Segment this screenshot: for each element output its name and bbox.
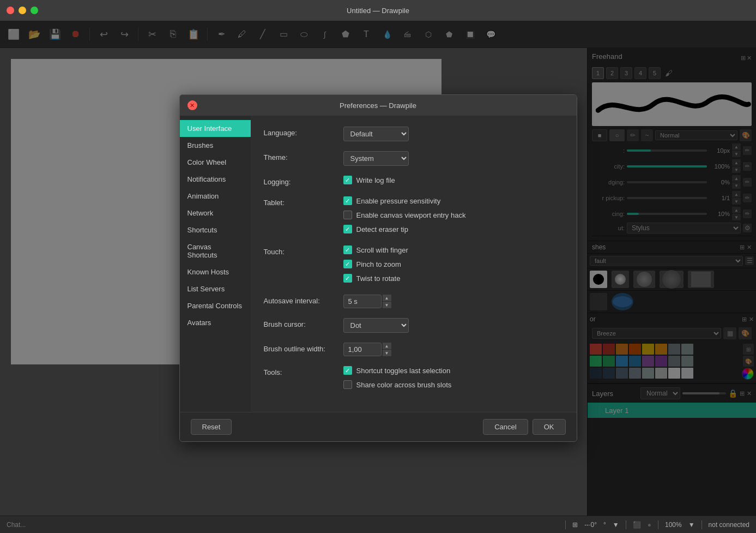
prefs-item-list-servers[interactable]: List Servers	[180, 280, 251, 297]
pref-language-label: Language:	[264, 127, 335, 137]
pref-brush-outline-control: 1,00 ▲ ▼	[343, 343, 391, 356]
touch-twist-checkbox[interactable]: ✓	[343, 274, 352, 283]
status-angle-icon: °	[603, 521, 606, 529]
zoom-dropdown[interactable]: ▼	[688, 521, 695, 529]
prefs-title: Preferences — Drawpile	[340, 101, 416, 110]
tablet-eraser-label: Detect eraser tip	[356, 225, 408, 233]
prefs-item-animation[interactable]: Animation	[180, 188, 251, 205]
tablet-pressure-checkbox[interactable]: ✓	[343, 196, 352, 205]
pref-language-row: Language: Default	[264, 127, 564, 141]
logging-checkbox[interactable]: ✓	[343, 176, 352, 184]
dialog-overlay: ✕ Preferences — Drawpile User Interface …	[0, 21, 756, 516]
brush-outline-spinbox: 1,00	[343, 343, 382, 356]
prefs-body: User Interface Brushes Color Wheel Notif…	[180, 116, 577, 412]
prefs-cancel-button[interactable]: Cancel	[483, 419, 528, 435]
prefs-reset-button[interactable]: Reset	[191, 419, 232, 435]
pref-brush-outline-label: Brush outline width:	[264, 343, 335, 353]
autosave-up[interactable]: ▲	[383, 295, 391, 301]
tablet-viewport-row: Enable canvas viewport entry hack	[343, 211, 466, 219]
pref-touch-label: Touch:	[264, 245, 335, 256]
pref-brush-cursor-label: Brush cursor:	[264, 318, 335, 328]
status-record-dot: ●	[648, 521, 651, 529]
minimize-button[interactable]	[19, 7, 26, 14]
pref-tablet-label: Tablet:	[264, 196, 335, 207]
pref-brush-cursor-control: Dot	[343, 318, 409, 333]
tablet-eraser-checkbox[interactable]: ✓	[343, 225, 352, 233]
prefs-close-button[interactable]: ✕	[188, 100, 197, 110]
prefs-item-avatars[interactable]: Avatars	[180, 314, 251, 331]
prefs-ok-button[interactable]: OK	[533, 419, 566, 435]
theme-select[interactable]: System	[343, 151, 409, 166]
pref-language-control: Default	[343, 127, 409, 141]
touch-scroll-checkbox[interactable]: ✓	[343, 245, 352, 254]
status-connection: not connected	[709, 521, 749, 529]
prefs-item-notifications[interactable]: Notifications	[180, 171, 251, 188]
touch-pinch-row: ✓ Pinch to zoom	[343, 260, 408, 268]
tools-shortcut-checkbox[interactable]: ✓	[343, 366, 352, 375]
language-select[interactable]: Default	[343, 127, 409, 141]
logging-checkbox-row: ✓ Write log file	[343, 176, 395, 184]
prefs-item-shortcuts[interactable]: Shortcuts	[180, 221, 251, 238]
tools-shortcut-row: ✓ Shortcut toggles last selection	[343, 366, 452, 375]
prefs-item-ui[interactable]: User Interface	[180, 120, 251, 137]
prefs-titlebar: ✕ Preferences — Drawpile	[180, 95, 577, 116]
traffic-lights	[7, 7, 38, 14]
pref-tools-label: Tools:	[264, 366, 335, 376]
pref-theme-row: Theme: System	[264, 151, 564, 166]
touch-twist-label: Twist to rotate	[356, 274, 401, 283]
statusbar: Chat... ⊞ --·0° ° ▼ ⬛ ● 100% ▼ not conne…	[0, 516, 756, 533]
brush-outline-up[interactable]: ▲	[383, 343, 391, 349]
tablet-eraser-row: ✓ Detect eraser tip	[343, 225, 466, 233]
autosave-down[interactable]: ▼	[383, 302, 391, 308]
status-separator-3	[658, 520, 658, 529]
brush-cursor-select[interactable]: Dot	[343, 318, 409, 333]
pref-autosave-control: 5 s ▲ ▼	[343, 295, 391, 308]
status-separator-2	[626, 520, 626, 529]
prefs-item-parental[interactable]: Parental Controls	[180, 297, 251, 314]
pref-tools-row: Tools: ✓ Shortcut toggles last selection…	[264, 366, 564, 391]
brush-outline-down[interactable]: ▼	[383, 350, 391, 356]
pref-theme-control: System	[343, 151, 409, 166]
prefs-item-known-hosts[interactable]: Known Hosts	[180, 263, 251, 280]
tools-share-label: Share color across brush slots	[356, 381, 452, 389]
tools-share-checkbox[interactable]	[343, 380, 352, 389]
prefs-footer: Reset Cancel OK	[180, 412, 577, 441]
touch-scroll-label: Scroll with finger	[356, 246, 408, 254]
status-frame-icon: ⬛	[633, 521, 641, 529]
prefs-item-colorwheel[interactable]: Color Wheel	[180, 154, 251, 171]
pref-logging-label: Logging:	[264, 176, 335, 186]
close-button[interactable]	[7, 7, 14, 14]
prefs-sidebar: User Interface Brushes Color Wheel Notif…	[180, 116, 251, 412]
touch-pinch-label: Pinch to zoom	[356, 260, 401, 268]
brush-outline-value: 1,00	[348, 345, 362, 354]
pref-autosave-label: Autosave interval:	[264, 295, 335, 305]
maximize-button[interactable]	[31, 7, 38, 14]
autosave-value: 5 s	[348, 297, 358, 306]
pref-logging-row: Logging: ✓ Write log file	[264, 176, 564, 187]
autosave-arrows: ▲ ▼	[383, 295, 391, 308]
pref-tablet-row: Tablet: ✓ Enable pressure sensitivity En…	[264, 196, 564, 236]
titlebar: Untitled — Drawpile	[0, 0, 756, 21]
touch-twist-row: ✓ Twist to rotate	[343, 274, 408, 283]
tablet-viewport-label: Enable canvas viewport entry hack	[356, 211, 466, 219]
tablet-pressure-row: ✓ Enable pressure sensitivity	[343, 196, 466, 205]
chat-input-area[interactable]: Chat...	[7, 521, 559, 529]
prefs-item-canvas-shortcuts[interactable]: Canvas Shortcuts	[180, 238, 251, 263]
touch-scroll-row: ✓ Scroll with finger	[343, 245, 408, 254]
tablet-viewport-checkbox[interactable]	[343, 211, 352, 219]
pref-brush-cursor-row: Brush cursor: Dot	[264, 318, 564, 333]
tools-shortcut-label: Shortcut toggles last selection	[356, 367, 451, 375]
pref-touch-control: ✓ Scroll with finger ✓ Pinch to zoom ✓ T…	[343, 245, 408, 285]
touch-pinch-checkbox[interactable]: ✓	[343, 260, 352, 268]
rotation-dropdown[interactable]: ▼	[613, 521, 619, 529]
prefs-item-network[interactable]: Network	[180, 205, 251, 221]
window-title: Untitled — Drawpile	[347, 7, 409, 15]
prefs-item-brushes[interactable]: Brushes	[180, 137, 251, 154]
status-zoom: 100%	[665, 521, 682, 529]
pref-theme-label: Theme:	[264, 151, 335, 161]
pref-brush-outline-row: Brush outline width: 1,00 ▲ ▼	[264, 343, 564, 356]
preferences-dialog: ✕ Preferences — Drawpile User Interface …	[179, 94, 577, 442]
autosave-spinbox: 5 s	[343, 295, 382, 308]
pref-autosave-row: Autosave interval: 5 s ▲ ▼	[264, 295, 564, 308]
status-rotate-icon: ⊞	[572, 521, 578, 529]
